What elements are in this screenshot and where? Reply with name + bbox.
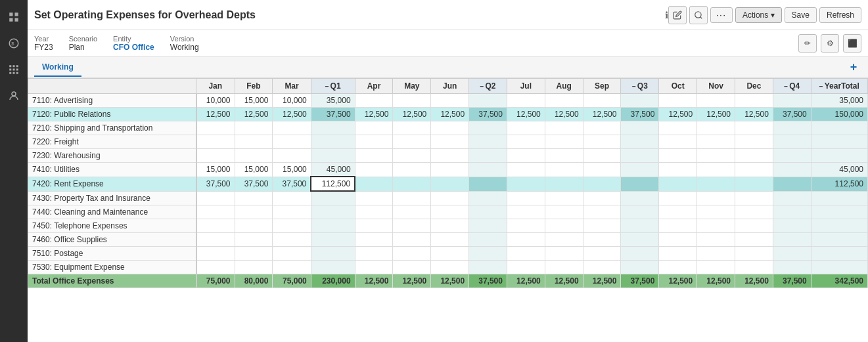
cell-jun[interactable]	[431, 163, 469, 177]
cell-oct[interactable]	[659, 260, 697, 274]
save-button[interactable]: Save	[785, 7, 817, 23]
cell-sep[interactable]	[583, 149, 621, 163]
cell-oct[interactable]	[659, 135, 697, 149]
cell-jul[interactable]	[507, 205, 545, 219]
cell-yearTotal[interactable]	[811, 191, 867, 205]
refresh-button[interactable]: Refresh	[819, 7, 861, 23]
cell-may[interactable]	[393, 205, 431, 219]
cell-jun[interactable]	[431, 94, 469, 108]
data-table-container[interactable]: Jan Feb Mar −Q1 Apr May Jun −Q2 Jul Aug …	[28, 78, 868, 342]
cell-sep[interactable]	[583, 163, 621, 177]
cell-jan[interactable]: 15,000	[196, 163, 235, 177]
cell-jan[interactable]	[196, 260, 235, 274]
cell-apr[interactable]	[355, 232, 393, 246]
sidebar-icon-grid[interactable]	[2, 58, 26, 81]
cell-dec[interactable]	[735, 205, 773, 219]
cell-jan[interactable]	[196, 135, 235, 149]
cell-jul[interactable]	[507, 135, 545, 149]
actions-button[interactable]: Actions ▾	[735, 7, 782, 23]
cell-q3[interactable]	[621, 205, 659, 219]
cell-dec[interactable]	[735, 149, 773, 163]
cell-jul[interactable]	[507, 163, 545, 177]
cell-q4[interactable]	[773, 94, 811, 108]
cell-mar[interactable]	[273, 205, 311, 219]
cell-jun[interactable]	[431, 232, 469, 246]
cell-feb[interactable]	[235, 219, 273, 232]
cell-apr[interactable]	[355, 163, 393, 177]
cell-may[interactable]: 12,500	[393, 108, 431, 121]
cell-q3[interactable]	[621, 149, 659, 163]
cell-q4[interactable]	[773, 260, 811, 274]
cell-mar[interactable]	[273, 121, 311, 135]
cell-jan[interactable]	[196, 232, 235, 246]
cell-dec[interactable]	[735, 177, 773, 191]
cell-mar[interactable]	[273, 260, 311, 274]
cell-q3[interactable]	[621, 121, 659, 135]
cell-q1[interactable]	[311, 205, 355, 219]
cell-oct[interactable]	[659, 191, 697, 205]
cell-q4[interactable]	[773, 121, 811, 135]
cell-q4[interactable]	[773, 191, 811, 205]
cell-aug[interactable]	[545, 260, 583, 274]
cell-jun[interactable]: 12,500	[431, 108, 469, 121]
cell-aug[interactable]: 12,500	[545, 108, 583, 121]
cell-aug[interactable]	[545, 163, 583, 177]
cell-nov[interactable]	[697, 163, 735, 177]
cell-jun[interactable]	[431, 121, 469, 135]
cell-jul[interactable]	[507, 232, 545, 246]
cell-dec[interactable]: 12,500	[735, 108, 773, 121]
cell-nov[interactable]	[697, 191, 735, 205]
cell-aug[interactable]	[545, 205, 583, 219]
cell-dec[interactable]	[735, 219, 773, 232]
cell-jan[interactable]	[196, 219, 235, 232]
cell-sep[interactable]	[583, 232, 621, 246]
cell-feb[interactable]	[235, 121, 273, 135]
cell-aug[interactable]	[545, 219, 583, 232]
cell-may[interactable]	[393, 94, 431, 108]
cell-mar[interactable]: 10,000	[273, 94, 311, 108]
tab-working[interactable]: Working	[34, 58, 81, 77]
cell-q1[interactable]: 35,000	[311, 94, 355, 108]
cell-oct[interactable]	[659, 219, 697, 232]
settings-icon-btn[interactable]: ⚙	[821, 34, 839, 53]
cell-mar[interactable]	[273, 246, 311, 260]
cell-feb[interactable]	[235, 205, 273, 219]
cell-yearTotal[interactable]	[811, 260, 867, 274]
cell-q4[interactable]	[773, 219, 811, 232]
cell-may[interactable]	[393, 177, 431, 191]
cell-dec[interactable]	[735, 163, 773, 177]
cell-q2[interactable]	[469, 163, 507, 177]
cell-jun[interactable]	[431, 149, 469, 163]
cell-dec[interactable]	[735, 232, 773, 246]
cell-oct[interactable]	[659, 246, 697, 260]
cell-yearTotal[interactable]	[811, 219, 867, 232]
cell-q1[interactable]: 37,500	[311, 108, 355, 121]
cell-q2[interactable]	[469, 260, 507, 274]
cell-oct[interactable]	[659, 177, 697, 191]
add-tab-button[interactable]: +	[846, 60, 861, 75]
cell-aug[interactable]	[545, 94, 583, 108]
entity-value[interactable]: CFO Office	[113, 43, 154, 52]
cell-oct[interactable]	[659, 94, 697, 108]
cell-may[interactable]	[393, 260, 431, 274]
cell-q3[interactable]	[621, 219, 659, 232]
cell-jan[interactable]	[196, 246, 235, 260]
cell-nov[interactable]	[697, 177, 735, 191]
cell-q4[interactable]	[773, 205, 811, 219]
cell-q3[interactable]	[621, 191, 659, 205]
cell-nov[interactable]	[697, 205, 735, 219]
cell-may[interactable]	[393, 163, 431, 177]
cell-q2[interactable]: 37,500	[469, 108, 507, 121]
cell-jan[interactable]: 37,500	[196, 177, 235, 191]
cell-sep[interactable]	[583, 246, 621, 260]
cell-feb[interactable]	[235, 149, 273, 163]
cell-jun[interactable]	[431, 205, 469, 219]
cell-yearTotal[interactable]: 112,500	[811, 177, 867, 191]
cell-q3[interactable]	[621, 260, 659, 274]
cell-jan[interactable]: 12,500	[196, 108, 235, 121]
cell-q3[interactable]	[621, 232, 659, 246]
search-icon-btn[interactable]	[689, 6, 708, 24]
cell-q1[interactable]	[311, 135, 355, 149]
cell-feb[interactable]: 12,500	[235, 108, 273, 121]
cell-q2[interactable]	[469, 121, 507, 135]
